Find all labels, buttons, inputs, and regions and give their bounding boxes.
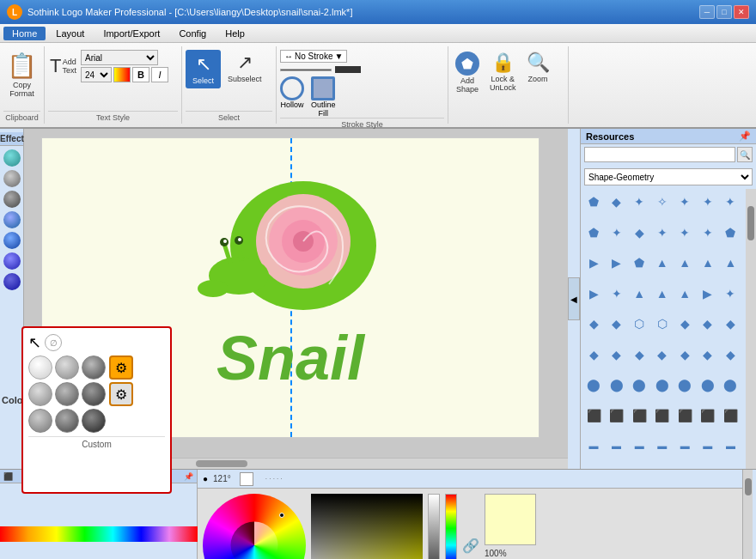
color-ball-2[interactable] — [55, 355, 79, 380]
gradient-square[interactable] — [311, 494, 423, 559]
resources-search-input[interactable] — [584, 147, 735, 162]
shape-item[interactable]: ⬤ — [698, 375, 717, 394]
shape-item[interactable]: ◆ — [653, 345, 672, 364]
bottom-vscroll-thumb[interactable] — [745, 478, 752, 495]
shape-item[interactable]: ✦ — [630, 192, 649, 211]
shape-category-dropdown[interactable]: Shape-Geometry — [584, 168, 753, 185]
shape-item[interactable]: ▲ — [698, 253, 717, 272]
shape-item[interactable]: ◆ — [607, 345, 626, 364]
shape-item[interactable]: ✦ — [675, 192, 694, 211]
shape-item[interactable]: ▲ — [675, 253, 694, 272]
resources-vscroll[interactable] — [746, 189, 756, 469]
subselect-button[interactable]: ↗ Subselect — [224, 50, 265, 85]
menu-layout[interactable]: Layout — [47, 27, 93, 40]
rainbow-strip[interactable] — [0, 526, 198, 542]
shape-item[interactable]: ⬟ — [630, 253, 649, 272]
shape-item[interactable]: ⬤ — [607, 375, 626, 394]
italic-button[interactable]: I — [151, 67, 168, 82]
bottom-vscroll[interactable] — [742, 470, 753, 559]
lock-unlock-button[interactable]: 🔒 Lock &UnLock — [486, 50, 520, 94]
shape-item[interactable]: ▲ — [630, 284, 649, 303]
no-color-button[interactable]: ∅ — [45, 334, 62, 351]
shape-item[interactable]: ⬤ — [630, 375, 649, 394]
shape-item[interactable]: ⬛ — [698, 406, 717, 425]
shape-item[interactable]: ◆ — [698, 314, 717, 333]
color-ball-5[interactable] — [55, 382, 79, 406]
shape-item[interactable]: ⬛ — [607, 406, 626, 425]
color-ball-3[interactable] — [82, 355, 106, 380]
color-ball-6[interactable] — [82, 382, 106, 406]
shape-item[interactable]: ⬛ — [584, 406, 603, 425]
shape-item[interactable]: ⬛ — [630, 406, 649, 425]
shape-item[interactable]: ◆ — [630, 223, 649, 242]
color-ball-9[interactable] — [82, 409, 106, 433]
brightness-slider[interactable] — [428, 494, 440, 559]
shape-item[interactable]: ◆ — [607, 192, 626, 211]
shape-item[interactable]: ✦ — [607, 223, 626, 242]
add-text-button[interactable]: T AddText — [48, 53, 78, 79]
shape-item[interactable]: ◆ — [721, 314, 740, 333]
shape-item[interactable]: ✦ — [653, 223, 672, 242]
copy-format-button[interactable]: 📋 Copy Format — [3, 50, 40, 100]
shape-item[interactable]: ▬ — [584, 436, 603, 455]
shape-item[interactable]: ⬤ — [584, 375, 603, 394]
shape-item[interactable]: ⬤ — [653, 375, 672, 394]
shape-item[interactable]: ▲ — [675, 284, 694, 303]
effect-ball-blue2[interactable] — [3, 232, 21, 249]
effect-ball-blue1[interactable] — [3, 211, 21, 228]
shape-item[interactable]: ⬤ — [675, 375, 694, 394]
shape-item[interactable]: ▲ — [721, 253, 740, 272]
shape-item[interactable]: ✦ — [607, 284, 626, 303]
maximize-button[interactable]: □ — [716, 5, 732, 19]
outline-fill-button[interactable]: Outline Fill — [311, 76, 336, 118]
gear-button-1[interactable]: ⚙ — [109, 355, 133, 380]
resources-pin[interactable]: 📌 — [739, 131, 751, 142]
shape-item[interactable]: ✦ — [675, 223, 694, 242]
effect-ball-gray2[interactable] — [3, 191, 21, 208]
shape-item[interactable]: ▬ — [721, 436, 740, 455]
font-select[interactable]: Arial — [81, 50, 158, 65]
add-shape-button[interactable]: ⬟ AddShape — [452, 50, 483, 95]
shape-item[interactable]: ▲ — [653, 284, 672, 303]
menu-config[interactable]: Config — [170, 27, 215, 40]
shape-item[interactable]: ⬟ — [721, 223, 740, 242]
shape-item[interactable]: ▬ — [653, 436, 672, 455]
shape-item[interactable]: ▬ — [675, 436, 694, 455]
color-ball-8[interactable] — [55, 409, 79, 433]
shape-item[interactable]: ▶ — [607, 253, 626, 272]
shape-item[interactable]: ◆ — [675, 314, 694, 333]
shape-item[interactable]: ⬟ — [584, 223, 603, 242]
shape-item[interactable]: ◆ — [584, 314, 603, 333]
color-wheel[interactable] — [203, 494, 306, 559]
effect-ball-blue4[interactable] — [3, 273, 21, 290]
shape-item[interactable]: ▬ — [630, 436, 649, 455]
menu-help[interactable]: Help — [216, 27, 253, 40]
hollow-button[interactable]: Hollow — [280, 76, 304, 118]
cursor-tool[interactable]: ↖ — [28, 333, 41, 352]
resources-search-button[interactable]: 🔍 — [737, 147, 753, 162]
resources-vscroll-thumb[interactable] — [747, 206, 754, 240]
shape-item[interactable]: ✦ — [721, 192, 740, 211]
close-button[interactable]: ✕ — [734, 5, 749, 19]
shape-item[interactable]: ▶ — [584, 284, 603, 303]
shape-item[interactable]: ▶ — [584, 253, 603, 272]
shape-item[interactable]: ◆ — [721, 345, 740, 364]
gear-button-2[interactable]: ⚙ — [109, 382, 133, 406]
hue-slider[interactable] — [445, 494, 457, 559]
zoom-button[interactable]: 🔍 Zoom — [523, 50, 553, 85]
shape-item[interactable]: ⬛ — [653, 406, 672, 425]
shape-item[interactable]: ⬟ — [584, 192, 603, 211]
no-stroke-dropdown[interactable]: ↔No Stroke▼ — [280, 50, 347, 63]
color-ball-7[interactable] — [28, 409, 52, 433]
shape-item[interactable]: ▬ — [698, 436, 717, 455]
color-ball-4[interactable] — [28, 382, 52, 406]
effect-ball-blue3[interactable] — [3, 252, 21, 270]
shape-item[interactable]: ✦ — [721, 284, 740, 303]
bold-button[interactable]: B — [132, 67, 149, 82]
shape-item[interactable]: ⬛ — [675, 406, 694, 425]
degree-input[interactable] — [240, 472, 253, 486]
shape-item[interactable]: ▶ — [698, 284, 717, 303]
size-select[interactable]: 24 — [81, 67, 112, 82]
shape-item[interactable]: ✧ — [653, 192, 672, 211]
shape-item[interactable]: ◆ — [607, 314, 626, 333]
